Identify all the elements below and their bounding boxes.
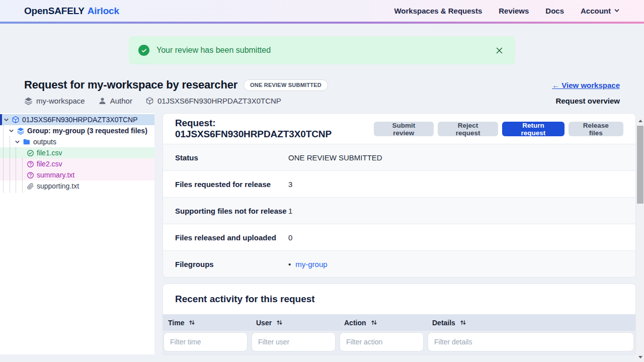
file-tree-sidebar: 01JSXS6FN930HRPDAZT3X0TCNP Group: my-gro… [0,113,154,354]
detail-row-supporting-files: Supporting files not for release 1 [163,197,635,224]
meta-request-id: 01JSXS6FN930HRPDAZT3X0TCNP [145,97,281,105]
filter-details-input[interactable] [428,332,634,351]
page-header: Request for my-workspace by researcher O… [0,78,644,105]
tree-item-supporting[interactable]: supporting.txt [0,180,154,192]
close-icon[interactable] [493,44,506,57]
detail-row-status: Status ONE REVIEW SUBMITTED [163,144,635,170]
sort-icon [276,319,283,326]
nav-link-reviews[interactable]: Reviews [499,7,529,15]
meta-request-id-label: 01JSXS6FN930HRPDAZT3X0TCNP [157,97,281,105]
layers-icon [17,127,25,135]
detail-value: 0 [288,233,292,242]
request-details: Status ONE REVIEW SUBMITTED Files reques… [163,144,635,277]
vertical-scrollbar[interactable] [636,116,644,362]
detail-value: 3 [288,180,292,189]
detail-row-files-requested: Files requested for release 3 [163,170,635,197]
navbar-gradient-border [0,22,644,24]
sort-icon [460,319,466,326]
account-label: Account [581,7,611,15]
submit-review-button[interactable]: Submit review [374,122,434,136]
activity-filter-row [163,331,635,355]
paperclip-icon [27,183,34,190]
reject-request-button[interactable]: Reject request [438,122,498,136]
chevron-down-icon[interactable] [9,128,14,134]
tree-item-label: file1.csv [37,149,62,157]
column-label: Details [432,319,455,327]
scrollbar-thumb[interactable] [637,126,643,204]
request-card: Request: 01JSXS6FN930HRPDAZT3X0TCNP Subm… [163,113,636,278]
request-actions: Submit review Reject request Return requ… [374,122,623,136]
check-circle-icon [138,45,149,56]
return-request-button[interactable]: Return request [502,122,564,136]
tree-item-summary[interactable]: summary.txt [0,169,154,180]
detail-value: 1 [288,207,292,215]
tree-item-file1[interactable]: file1.csv [0,147,154,158]
scroll-up-icon[interactable] [636,117,644,125]
nav-link-workspaces[interactable]: Workspaces & Requests [394,7,482,15]
request-meta: my-workspace Author 01JSXS6FN930HRPDAZT3… [24,97,281,105]
request-card-title: Request: 01JSXS6FN930HRPDAZT3X0TCNP [175,118,374,140]
meta-author-label: Author [110,97,132,105]
filegroup-link[interactable]: my-group [295,260,327,268]
column-label: Action [344,319,366,327]
detail-row-filegroups: Filegroups • my-group [163,250,635,277]
column-label: User [256,319,272,327]
layers-icon [24,97,33,105]
column-header-user[interactable]: User [251,319,339,327]
column-header-action[interactable]: Action [339,319,427,327]
filter-action-input[interactable] [340,332,424,351]
content: 01JSXS6FN930HRPDAZT3X0TCNP Group: my-gro… [0,113,644,355]
detail-label: Filegroups [175,260,288,268]
folder-icon [23,138,31,146]
chevron-down-icon[interactable] [4,117,9,123]
sort-icon [189,319,195,326]
chevron-down-icon[interactable] [15,139,20,145]
request-overview-label: Request overview [555,97,620,105]
nav-link-account[interactable]: Account [581,7,620,15]
nav-link-docs[interactable]: Docs [545,7,564,15]
activity-card: Recent activity for this request Time Us… [163,284,636,355]
tree-item-label: supporting.txt [37,182,79,190]
success-alert: Your review has been submitted [129,36,515,64]
tree-item-request-root[interactable]: 01JSXS6FN930HRPDAZT3X0TCNP [0,114,154,125]
tree-item-label: outputs [33,138,56,146]
tree-item-label: Group: my-group (3 requested files) [27,127,147,135]
brand-primary: OpenSAFELY [24,6,85,16]
view-workspace-link[interactable]: ← View workspace [552,81,620,89]
sort-icon [371,319,377,326]
tree-item-label: summary.txt [37,171,74,179]
alert-message: Your review has been submitted [156,46,271,55]
tree-item-label: 01JSXS6FN930HRPDAZT3X0TCNP [22,116,138,124]
cube-icon [12,116,20,124]
tree-item-outputs-folder[interactable]: outputs [0,136,154,147]
nav-links: Workspaces & Requests Reviews Docs Accou… [394,7,620,15]
tree-item-label: file2.csv [37,160,62,168]
activity-table-header: Time User Action Details [163,314,635,331]
detail-row-files-released: Files released and uploaded 0 [163,224,635,250]
bullet: • [288,260,291,268]
column-header-details[interactable]: Details [427,319,635,327]
question-circle-icon [27,171,34,179]
brand-logo[interactable]: OpenSAFELYAirlock [24,6,119,17]
brand-secondary: Airlock [88,6,119,16]
navbar: OpenSAFELYAirlock Workspaces & Requests … [0,0,644,22]
filter-user-input[interactable] [252,332,336,351]
detail-label: Supporting files not for release [175,207,288,215]
filter-time-input[interactable] [164,332,248,351]
column-label: Time [168,319,184,327]
release-files-button[interactable]: Release files [569,122,623,136]
meta-workspace: my-workspace [24,97,85,105]
detail-value: ONE REVIEW SUBMITTED [288,153,382,162]
detail-label: Files released and uploaded [175,233,288,242]
detail-label: Files requested for release [175,180,288,189]
activity-title: Recent activity for this request [163,284,635,314]
status-badge: ONE REVIEW SUBMITTED [244,79,328,91]
meta-author: Author [98,97,132,105]
tree-item-file2[interactable]: file2.csv [0,158,154,169]
detail-label: Status [175,153,288,162]
scroll-down-icon[interactable] [636,353,644,361]
column-header-time[interactable]: Time [163,319,251,327]
tree-item-group[interactable]: Group: my-group (3 requested files) [0,125,154,136]
cube-icon [145,97,154,105]
question-circle-icon [27,160,34,168]
